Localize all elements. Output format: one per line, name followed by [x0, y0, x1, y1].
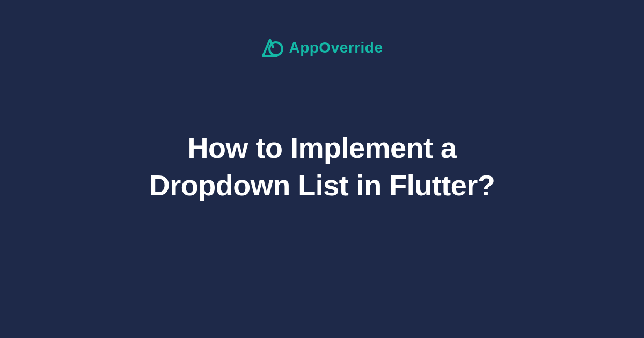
brand-name: AppOverride	[289, 39, 383, 56]
page-title: How to Implement a Dropdown List in Flut…	[149, 129, 495, 204]
title-line-1: How to Implement a	[149, 129, 495, 166]
brand-logo: AppOverride	[261, 36, 383, 59]
title-line-2: Dropdown List in Flutter?	[149, 166, 495, 204]
svg-point-0	[269, 42, 282, 55]
logo-icon	[261, 36, 283, 59]
